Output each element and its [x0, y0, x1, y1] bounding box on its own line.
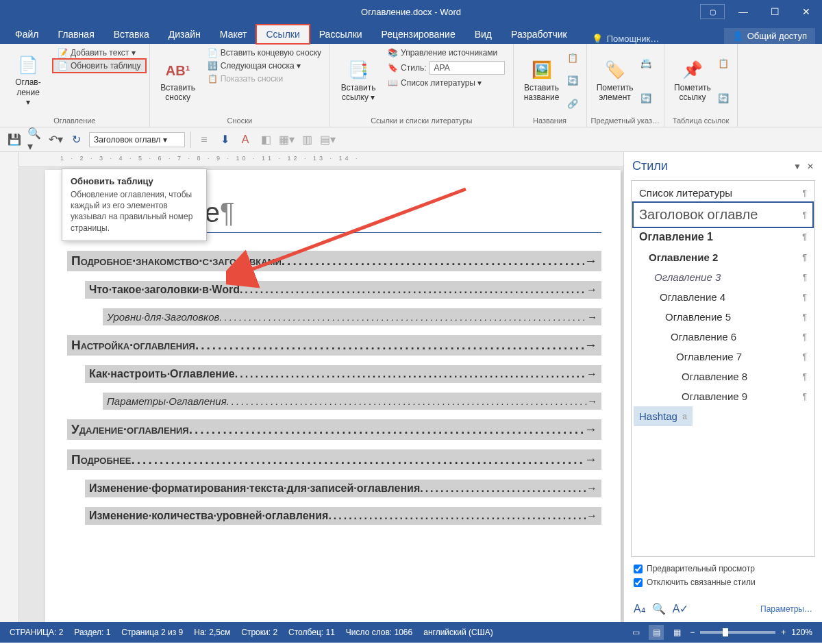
status-section[interactable]: Раздел: 1 [74, 628, 110, 637]
tell-me-search[interactable]: 💡 Помощник… [592, 34, 660, 44]
status-page[interactable]: СТРАНИЦА: 2 [10, 628, 63, 637]
tab-file[interactable]: Файл [5, 25, 48, 44]
show-notes-button[interactable]: 📋Показать сноски [203, 73, 325, 85]
status-position[interactable]: На: 2,5см [194, 628, 230, 637]
toc-entry[interactable]: Настройка·оглавления ...................… [67, 335, 601, 356]
insert-index-icon[interactable]: 📇 [640, 58, 656, 69]
caption-extra-icon[interactable]: 📋 [567, 53, 582, 63]
close-button[interactable]: ✕ [790, 0, 822, 23]
zoom-out-button[interactable]: − [690, 628, 695, 637]
style-item[interactable]: Hashtaga [634, 406, 693, 426]
pane-options-icon[interactable]: ▼ [793, 162, 801, 171]
update-table-button[interactable]: 📄Обновить таблицу [53, 60, 145, 72]
toc-entry[interactable]: Подробное·знакомство·с·заголовками .....… [67, 251, 601, 271]
print-preview-icon[interactable]: 🔍▾ [27, 132, 42, 147]
styles-options-link[interactable]: Параметры… [760, 604, 812, 614]
style-item[interactable]: Оглавление 2¶ [634, 247, 812, 267]
titlebar: Оглавление.docx - Word ▢ — ☐ ✕ [0, 0, 822, 23]
tab-layout[interactable]: Макет [210, 25, 257, 44]
status-words[interactable]: Число слов: 1066 [346, 628, 412, 637]
qat-icon-6[interactable]: ▥ [299, 132, 314, 147]
style-item[interactable]: Оглавление 6¶ [634, 327, 812, 347]
undo-icon[interactable]: ↶▾ [48, 132, 63, 147]
insert-footnote-button[interactable]: AB¹ Вставить сноску [154, 47, 202, 115]
tab-design[interactable]: Дизайн [159, 25, 210, 44]
citation-icon: 📑 [347, 60, 369, 82]
zoom-in-button[interactable]: + [781, 628, 786, 637]
qat-icon-1[interactable]: ≡ [197, 132, 212, 147]
insert-citation-button[interactable]: 📑 Вставить ссылку ▾ [334, 47, 382, 115]
insert-endnote-button[interactable]: 📄Вставить концевую сноску [203, 47, 325, 59]
redo-icon[interactable]: ↻ [68, 132, 84, 147]
maximize-button[interactable]: ☐ [759, 0, 790, 23]
qat-icon-3[interactable]: A [238, 132, 253, 147]
read-mode-icon[interactable]: ▭ [628, 625, 643, 640]
web-layout-icon[interactable]: ▦ [669, 625, 684, 640]
tab-view[interactable]: Вид [465, 25, 501, 44]
zoom-slider[interactable] [700, 631, 775, 634]
style-item[interactable]: Оглавление 7¶ [634, 347, 812, 367]
style-selector[interactable]: Заголовок оглавл ▾ [89, 132, 185, 147]
toc-entry[interactable]: Изменение·количества·уровней·оглавления … [85, 507, 601, 525]
tab-home[interactable]: Главная [48, 25, 103, 44]
caption-icon: 🖼️ [531, 60, 553, 82]
new-style-icon[interactable]: A₄ [634, 602, 645, 615]
minimize-button[interactable]: — [727, 0, 759, 23]
toc-entry[interactable]: Как·настроить·Оглавление ...............… [85, 365, 601, 383]
style-item[interactable]: Заголовок оглавле¶ [634, 203, 812, 227]
citation-style-select[interactable]: 🔖Стиль: APA [384, 60, 508, 76]
qat-icon-2[interactable]: ⬇ [217, 132, 232, 147]
style-item[interactable]: Список литературы¶ [634, 183, 812, 203]
style-item[interactable]: Оглавление 5¶ [634, 307, 812, 327]
toc-entry[interactable]: Подробнее ..............................… [67, 449, 601, 470]
tab-review[interactable]: Рецензирование [372, 25, 465, 44]
cross-ference-icon[interactable]: 🔗 [567, 99, 582, 109]
share-button[interactable]: 👤 Общий доступ [724, 28, 815, 44]
mark-entry-button[interactable]: 🏷️ Пометить элемент [591, 47, 639, 115]
tab-references[interactable]: Ссылки [256, 25, 309, 44]
tab-developer[interactable]: Разработчик [501, 25, 577, 44]
mark-citation-button[interactable]: 📌 Пометить ссылку [669, 47, 717, 115]
toc-entry[interactable]: Уровни·для·Заголовков ..................… [103, 308, 601, 325]
qat-icon-4[interactable]: ◧ [258, 132, 273, 147]
qat-icon-7[interactable]: ▤▾ [320, 132, 335, 147]
disable-linked-checkbox[interactable]: Отключить связанные стили [634, 578, 812, 587]
manage-sources-icon: 📚 [388, 48, 398, 58]
update-toa-icon[interactable]: 🔄 [718, 93, 733, 103]
bibliography-button[interactable]: 📖Список литературы ▾ [384, 77, 508, 89]
style-list[interactable]: Список литературы¶Заголовок оглавле¶Огла… [631, 180, 815, 557]
caption-extra2-icon[interactable]: 🔄 [567, 75, 582, 86]
style-item[interactable]: Оглавление 4¶ [634, 287, 812, 307]
style-inspector-icon[interactable]: 🔍 [652, 602, 666, 615]
toc-entry[interactable]: Что·такое·заголовки·в·Word .............… [85, 281, 601, 299]
toc-entry[interactable]: Удаление·оглавления ....................… [67, 419, 601, 440]
pane-close-icon[interactable]: ✕ [807, 162, 814, 171]
style-item[interactable]: Оглавление 3¶ [634, 267, 812, 287]
next-footnote-button[interactable]: 🔢Следующая сноска ▾ [203, 60, 325, 72]
save-icon[interactable]: 💾 [7, 132, 22, 147]
status-language[interactable]: английский (США) [423, 628, 493, 637]
style-item[interactable]: Оглавление 8¶ [634, 367, 812, 386]
style-item[interactable]: Оглавление 1¶ [634, 227, 812, 247]
qat-icon-5[interactable]: ▦▾ [279, 132, 294, 147]
manage-styles-icon[interactable]: A✓ [673, 602, 689, 615]
print-layout-icon[interactable]: ▤ [649, 625, 664, 640]
status-column[interactable]: Столбец: 11 [288, 628, 335, 637]
tab-mailings[interactable]: Рассылки [310, 25, 372, 44]
manage-sources-button[interactable]: 📚Управление источниками [384, 47, 508, 59]
preview-checkbox[interactable]: Предварительный просмотр [634, 564, 812, 573]
status-line[interactable]: Строки: 2 [241, 628, 277, 637]
tab-insert[interactable]: Вставка [104, 25, 159, 44]
group-captions: 🖼️ Вставить название 📋 🔄 🔗 Названия [514, 44, 587, 127]
toc-entry[interactable]: Изменение·форматирования·текста·для·запи… [85, 480, 601, 497]
toc-entry[interactable]: Параметры·Оглавления ...................… [103, 393, 601, 410]
toc-button[interactable]: 📄 Оглав­ление▾ [4, 47, 52, 115]
status-page-of[interactable]: Страница 2 из 9 [121, 628, 183, 637]
zoom-level[interactable]: 120% [791, 628, 812, 637]
ribbon-display-options-icon[interactable]: ▢ [700, 4, 725, 19]
style-item[interactable]: Оглавление 9¶ [634, 386, 812, 406]
insert-toa-icon[interactable]: 📋 [718, 58, 733, 69]
insert-caption-button[interactable]: 🖼️ Вставить название [518, 47, 566, 115]
add-text-button[interactable]: 📝Добавить текст ▾ [53, 47, 145, 59]
update-index-icon[interactable]: 🔄 [640, 93, 656, 103]
